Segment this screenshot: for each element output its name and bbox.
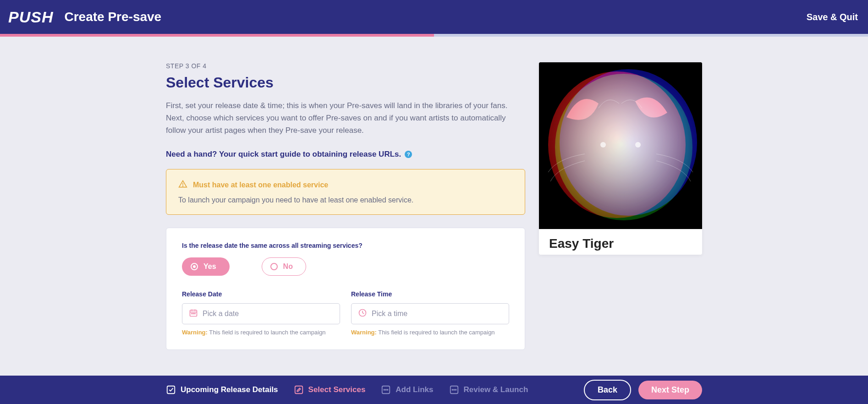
svg-line-11 xyxy=(363,313,364,314)
save-and-quit-button[interactable]: Save & Quit xyxy=(807,12,858,22)
svg-rect-18 xyxy=(167,386,175,394)
edit-icon xyxy=(294,385,304,395)
page-title: Create Pre-save xyxy=(64,10,161,24)
warning-icon xyxy=(178,180,187,191)
help-icon: ? xyxy=(405,151,412,158)
release-date-placeholder: Pick a date xyxy=(203,310,239,318)
release-artwork xyxy=(539,62,702,229)
svg-point-16 xyxy=(600,142,606,147)
svg-point-17 xyxy=(635,142,641,147)
warning-title-text: Must have at least one enabled service xyxy=(193,181,328,189)
step-select-services[interactable]: Select Services xyxy=(294,385,366,395)
svg-point-25 xyxy=(452,389,453,390)
radio-no-label: No xyxy=(283,262,293,271)
calendar-icon xyxy=(189,308,198,319)
release-preview-card: Easy Tiger xyxy=(539,62,702,255)
step-review-launch[interactable]: Review & Launch xyxy=(449,385,528,395)
release-form-card: Is the release date the same across all … xyxy=(166,228,525,350)
release-time-input[interactable]: Pick a time xyxy=(351,303,509,324)
svg-point-26 xyxy=(454,389,455,390)
radio-no[interactable]: No xyxy=(262,257,306,276)
steps-nav: Upcoming Release Details Select Services… xyxy=(166,385,528,395)
help-guide-link[interactable]: Need a hand? Your quick start guide to o… xyxy=(166,150,525,159)
step-add-links[interactable]: Add Links xyxy=(381,385,433,395)
radio-yes-label: Yes xyxy=(203,262,216,271)
logo: PUSH xyxy=(8,8,53,26)
svg-point-15 xyxy=(560,69,697,216)
main-scroll-area: STEP 3 OF 4 Select Services First, set y… xyxy=(0,37,868,376)
dots-icon xyxy=(381,385,391,395)
svg-point-22 xyxy=(385,389,386,390)
svg-point-23 xyxy=(387,389,388,390)
release-time-warning: Warning: This field is required to launc… xyxy=(351,329,509,336)
app-header: PUSH Create Pre-save Save & Quit xyxy=(0,0,868,34)
svg-point-21 xyxy=(384,389,385,390)
svg-point-27 xyxy=(455,389,456,390)
radio-yes[interactable]: Yes xyxy=(182,257,230,276)
help-guide-text: Need a hand? Your quick start guide to o… xyxy=(166,150,401,159)
release-date-input[interactable]: Pick a date xyxy=(182,303,340,324)
section-description: First, set your release date & time; thi… xyxy=(166,99,525,137)
svg-point-1 xyxy=(183,186,183,186)
svg-point-8 xyxy=(195,313,196,314)
release-date-label: Release Date xyxy=(182,290,340,298)
dots-icon xyxy=(449,385,459,395)
svg-point-7 xyxy=(193,313,194,314)
wizard-footer: Upcoming Release Details Select Services… xyxy=(0,376,868,404)
check-icon xyxy=(166,385,176,395)
step-label: STEP 3 OF 4 xyxy=(166,62,525,70)
svg-rect-19 xyxy=(295,386,302,394)
release-preview-title: Easy Tiger xyxy=(539,229,702,255)
next-step-button[interactable]: Next Step xyxy=(638,381,702,399)
form-question: Is the release date the same across all … xyxy=(182,242,509,249)
back-button[interactable]: Back xyxy=(584,380,631,400)
warning-alert: Must have at least one enabled service T… xyxy=(166,169,525,215)
release-time-placeholder: Pick a time xyxy=(372,310,407,318)
warning-body-text: To launch your campaign you need to have… xyxy=(178,196,513,204)
step-upcoming-release-details[interactable]: Upcoming Release Details xyxy=(166,385,278,395)
svg-point-6 xyxy=(192,313,192,314)
release-date-warning: Warning: This field is required to launc… xyxy=(182,329,340,336)
clock-icon xyxy=(358,308,367,319)
release-time-label: Release Time xyxy=(351,290,509,298)
section-title: Select Services xyxy=(166,74,525,91)
